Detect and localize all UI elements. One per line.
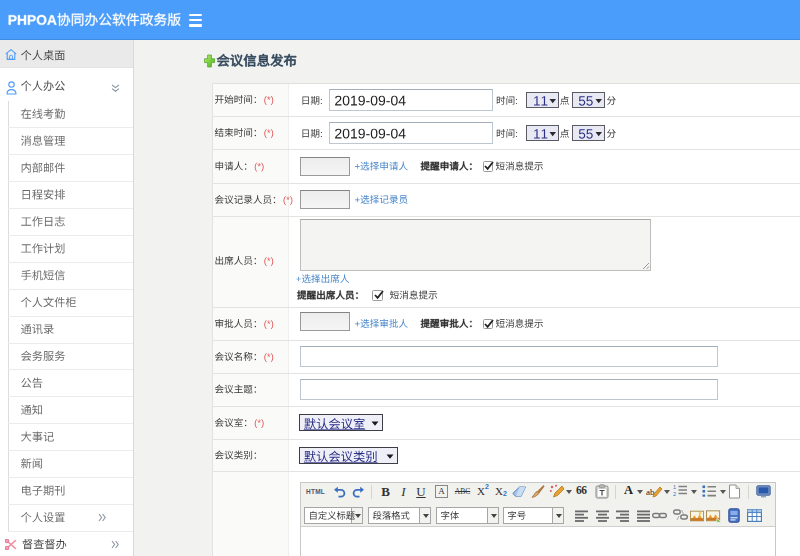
- svg-text:1: 1: [673, 484, 676, 490]
- svg-text:2: 2: [673, 491, 676, 497]
